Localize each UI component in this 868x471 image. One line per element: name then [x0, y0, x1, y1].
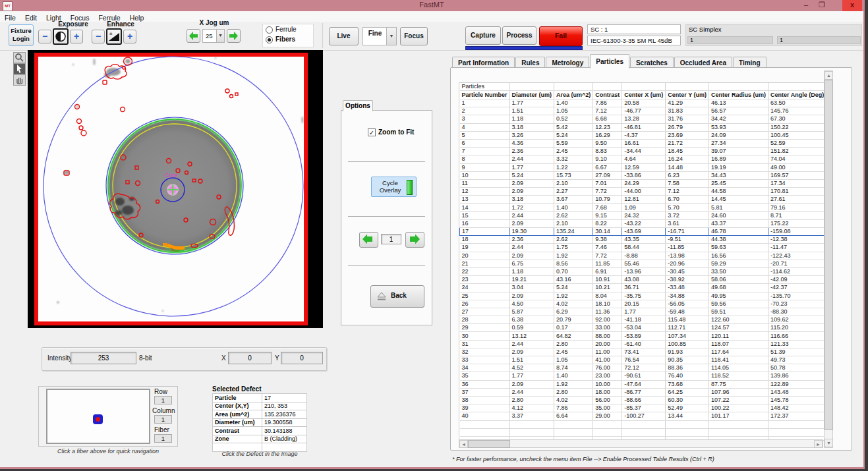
table-row[interactable]: 182.362.629.3843.35-9.5144.38-12.38B (Cl… [460, 236, 825, 244]
fiber-map[interactable] [46, 389, 150, 444]
fibers-radio[interactable] [266, 36, 273, 43]
enhance-label: Enhance [94, 20, 147, 28]
fiber-marker[interactable] [93, 414, 103, 424]
horizontal-scrollbar[interactable]: ◄ ► [459, 439, 823, 448]
menu-item-edit[interactable]: Edit [20, 13, 42, 22]
table-row[interactable]: 141.721.407.681.095.705.8179.16A (Core) [460, 204, 825, 211]
table-row[interactable]: 290.590.1733.00-53.04112.71124.57115.20C… [460, 324, 825, 332]
table-row[interactable]: 82.443.329.104.6416.2416.8974.04B (Cladd… [460, 155, 825, 163]
table-row[interactable]: 286.3820.7992.00-41.18115.48122.60109.62… [460, 316, 825, 324]
table-row[interactable]: 221.180.706.91-13.96-30.4533.50-114.62B … [460, 267, 825, 275]
exposure-increase-button[interactable]: + [70, 30, 83, 43]
focus-button[interactable]: Focus [400, 27, 428, 45]
table-row[interactable]: 243.045.2410.2136.71-33.4849.68-42.37B (… [460, 284, 825, 292]
table-row[interactable]: 3013.1264.8288.00-53.89107.34120.11116.6… [460, 332, 825, 340]
table-row[interactable]: 43.185.4212.23-46.8126.7953.93150.22B (C… [460, 123, 825, 131]
table-row[interactable]: 105.2415.7327.09-33.866.2334.43169.57B (… [460, 171, 825, 179]
tab-particles[interactable]: Particles [590, 54, 629, 69]
left-arrow-icon [187, 30, 200, 42]
selected-defect-title: Selected Defect [212, 385, 261, 393]
fixture-login-button[interactable]: Fixture Login [9, 24, 34, 46]
simplex-cell-2: 1 [777, 36, 861, 44]
zoom-to-fit-checkbox[interactable]: ✓ [368, 128, 376, 136]
table-row[interactable]: 275.876.2911.361.77-59.4859.51-88.30B (C… [460, 308, 825, 316]
cycle-overlay-button[interactable]: Cycle Overlay [371, 177, 417, 197]
table-row[interactable]: 394.127.8635.00-85.3752.49100.22148.42C … [460, 404, 825, 412]
table-row[interactable]: 91.771.226.6712.5914.4819.1949.00B (Clad… [460, 163, 825, 171]
table-row[interactable]: 11.771.407.8620.5841.2946.1363.50B (Clad… [460, 99, 825, 107]
table-row[interactable]: 252.091.928.04-35.75-34.8849.95-135.70B … [460, 292, 825, 300]
table-row[interactable]: 403.376.6429.00-100.2713.44101.17172.37C… [460, 412, 825, 420]
table-row[interactable]: 202.091.927.72-8.88-13.9816.56-122.43B (… [460, 252, 825, 260]
live-button[interactable]: Live [329, 27, 359, 45]
enhance-decrease-button[interactable]: − [92, 30, 105, 43]
focus-quality-dropdown[interactable]: Fine ▼ [362, 27, 397, 45]
table-row[interactable]: 216.758.5611.8555.46-20.9659.29-20.71B (… [460, 260, 825, 267]
restore-button[interactable]: ❐ [815, 0, 829, 11]
ferrule-radio[interactable] [266, 26, 273, 34]
menu-item-file[interactable]: File [0, 13, 20, 22]
desktop: MT FastMT – ❐ x FileEditLightFocusFerrul… [0, 0, 868, 471]
exposure-auto-button[interactable] [53, 28, 69, 45]
exposure-decrease-button[interactable]: − [38, 30, 51, 43]
table-row[interactable]: 192.441.757.4658.44-11.8559.63-11.47B (C… [460, 244, 825, 252]
table-row[interactable]: 112.092.107.0124.297.5825.4517.34B (Clad… [460, 179, 825, 187]
table-row[interactable]: 344.528.7476.0072.1288.36114.0550.78C (C… [460, 364, 825, 372]
table-header-row: Particle NumberDiameter (um)Area (um^2)C… [460, 91, 825, 99]
xjog-value-dropdown[interactable]: 25 ▼ [202, 29, 225, 43]
table-row[interactable]: 31.180.526.6813.2831.7634.4267.30B (Clad… [460, 115, 825, 123]
table-row[interactable]: 2319.2143.1610.9143.08-38.9258.06-42.09B… [460, 276, 825, 284]
table-row[interactable]: 372.442.8018.00-86.7764.25107.96143.48C … [460, 388, 825, 396]
capture-button[interactable]: Capture [465, 26, 501, 45]
table-row[interactable]: 382.804.0256.00-88.6660.30107.22145.78C … [460, 396, 825, 404]
chevron-down-icon: ▼ [216, 30, 224, 42]
vertical-scrollbar[interactable]: ▲ ▼ [824, 70, 833, 448]
scroll-left-icon[interactable]: ◄ [459, 440, 468, 448]
xjog-right-arrow-button[interactable] [227, 29, 241, 43]
table-row[interactable]: 133.183.6710.7912.816.7014.4527.61B (Cla… [460, 196, 825, 204]
table-row[interactable]: 264.504.0218.1020.15-56.0559.56-70.23B (… [460, 300, 825, 308]
scroll-right-icon[interactable]: ► [814, 440, 823, 448]
ferrule-radio-label: Ferrule [275, 26, 297, 33]
close-button[interactable]: x [842, 0, 862, 11]
fiber-index-field[interactable]: 1 [381, 234, 401, 244]
table-row[interactable]: 331.511.0541.0076.5490.35118.4149.73C (C… [460, 356, 825, 364]
table-row[interactable]: 72.362.458.83-34.4418.4539.07151.82B (Cl… [460, 148, 825, 155]
vertical-scroll-thumb[interactable] [825, 80, 833, 430]
table-row[interactable]: 152.442.629.1524.323.7224.608.71B (Cladd… [460, 211, 825, 219]
table-row[interactable]: 362.091.9210.00-47.6473.6887.75122.89C (… [460, 380, 825, 388]
table-row[interactable]: 64.365.599.5016.6121.7227.3452.59B (Clad… [460, 139, 825, 147]
scroll-down-icon[interactable]: ▼ [825, 439, 833, 447]
title-bar[interactable]: MT FastMT – ❐ x [0, 0, 863, 11]
table-row[interactable]: 122.092.277.72-44.007.1244.58170.81B (Cl… [460, 188, 825, 196]
back-button[interactable]: Back [370, 285, 424, 308]
zoom-tool-button[interactable] [13, 52, 26, 63]
minimize-button[interactable]: – [799, 0, 813, 11]
select-tool-button[interactable] [13, 63, 26, 74]
options-tab[interactable]: Options [343, 100, 373, 111]
scroll-up-icon[interactable]: ▲ [825, 71, 833, 80]
table-row[interactable]: 351.771.4023.00-90.6176.40118.52139.86C … [460, 372, 825, 380]
pan-tool-button[interactable] [13, 74, 26, 86]
process-button[interactable]: Process [502, 26, 536, 45]
fiber-value-field: 1 [154, 434, 172, 443]
table-row[interactable]: 162.092.108.22-43.223.6143.37175.22B (Cl… [460, 219, 825, 227]
eject-icon [376, 292, 387, 301]
simplex-cell-1: 1 [687, 36, 773, 44]
fiber-image-viewer[interactable]: Core [28, 50, 323, 328]
intensity-panel: Intensity 253 8-bit X 0 Y 0 [42, 347, 327, 371]
xjog-left-arrow-button[interactable] [187, 29, 200, 43]
next-fiber-button[interactable] [405, 232, 424, 248]
previous-fiber-button[interactable] [359, 232, 378, 248]
enhance-auto-button[interactable]: ± [106, 28, 122, 45]
spec-field[interactable]: IEC-61300-3-35 SM RL 45dB [587, 36, 681, 45]
enhance-increase-button[interactable]: + [123, 30, 136, 43]
connector-id-field[interactable]: SC : 1 [587, 24, 681, 34]
table-row[interactable]: 53.265.2416.29-4.3723.6924.09100.45B (Cl… [460, 131, 825, 139]
horizontal-scroll-thumb[interactable] [468, 440, 510, 448]
table-row[interactable]: 312.442.8020.00-61.40100.85118.07121.33C… [460, 340, 825, 348]
separator [348, 161, 425, 162]
table-row[interactable]: 322.092.4511.0073.4191.93117.6451.39C (C… [460, 348, 825, 356]
table-row[interactable]: 1719.30135.2430.14-43.69-16.7146.78-159.… [460, 228, 825, 236]
table-row[interactable]: 21.511.057.12-46.7731.8356.57145.76B (Cl… [460, 107, 825, 115]
